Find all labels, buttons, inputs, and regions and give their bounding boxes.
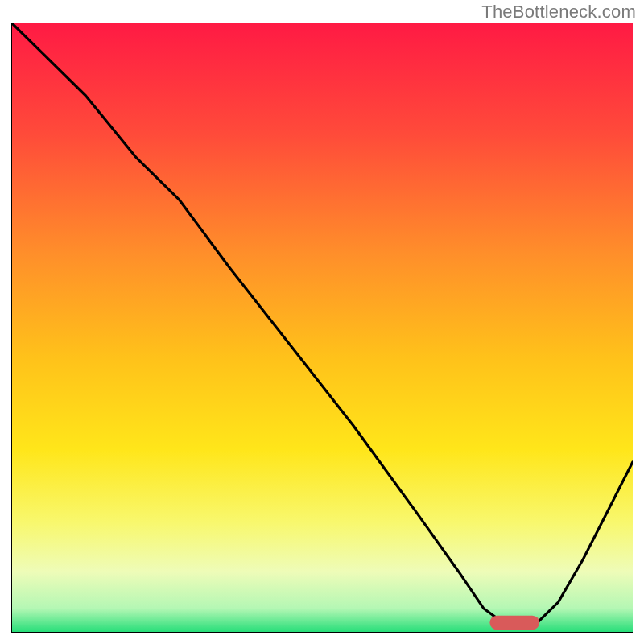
gradient-background bbox=[11, 23, 633, 633]
chart-svg bbox=[11, 23, 633, 633]
optimal-marker bbox=[489, 616, 539, 630]
watermark-text: TheBottleneck.com bbox=[481, 2, 636, 23]
chart-plot bbox=[11, 23, 633, 633]
